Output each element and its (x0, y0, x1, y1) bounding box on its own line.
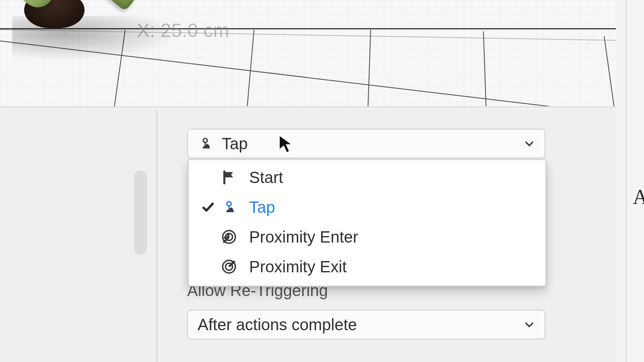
svg-point-1 (227, 202, 231, 206)
trigger-select[interactable]: Tap (187, 129, 545, 158)
trigger-option-proximity-enter[interactable]: Proximity Enter (189, 222, 545, 252)
right-panel-edge: A (625, 0, 644, 362)
retrigger-select[interactable]: After actions complete (187, 310, 545, 339)
trigger-select-value: Tap (222, 135, 248, 153)
behavior-panel: Tap Start (0, 109, 616, 362)
trigger-option-proximity-exit[interactable]: Proximity Exit (189, 252, 545, 282)
chevron-down-icon (524, 138, 535, 149)
option-label: Start (249, 169, 283, 187)
viewport-3d[interactable]: X: 25.0 cm (0, 0, 616, 108)
trigger-option-start[interactable]: Start (189, 162, 545, 192)
svg-point-0 (203, 138, 207, 142)
tap-icon (198, 136, 213, 151)
behavior-panel-form: Tap Start (163, 109, 614, 362)
chevron-down-icon (524, 319, 535, 330)
proximity-enter-icon (220, 228, 238, 246)
proximity-exit-icon (220, 258, 238, 276)
retrigger-select-value: After actions complete (198, 316, 357, 334)
trigger-select-menu: Start Tap (188, 159, 546, 286)
option-label: Proximity Exit (249, 258, 347, 276)
trigger-option-tap[interactable]: Tap (189, 192, 545, 222)
behavior-panel-left (0, 109, 158, 362)
right-panel-heading-fragment: A (633, 185, 644, 209)
check-icon (196, 200, 220, 214)
tap-icon (220, 198, 238, 216)
option-label: Proximity Enter (249, 228, 358, 246)
scene-object-plant[interactable] (0, 0, 165, 56)
scrollbar-thumb[interactable] (134, 171, 147, 255)
option-label: Tap (249, 198, 275, 216)
flag-icon (220, 169, 238, 186)
